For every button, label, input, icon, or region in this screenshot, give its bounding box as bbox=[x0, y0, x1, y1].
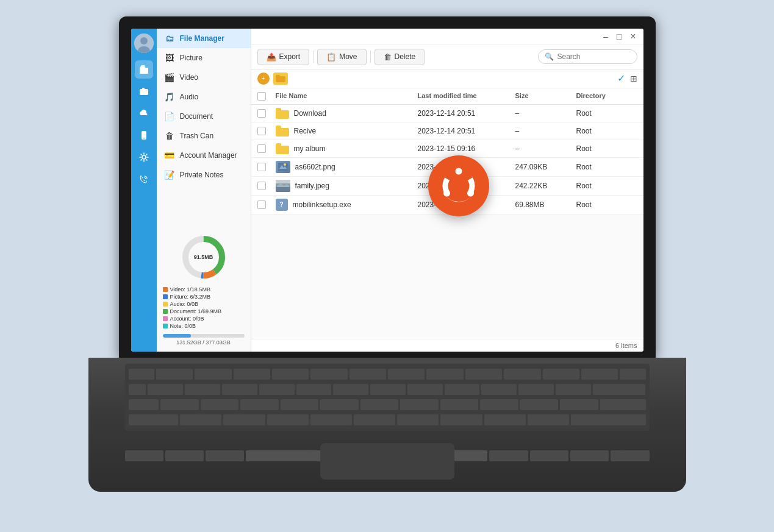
sidebar-item-label: Trash Can bbox=[180, 132, 214, 140]
ubuntu-overlay bbox=[428, 155, 489, 216]
legend-dot-picture bbox=[163, 294, 168, 299]
legend-label-document: Document: 1/69.9MB bbox=[170, 308, 222, 314]
legend-note: Note: 0/0B bbox=[163, 323, 245, 329]
user-avatar[interactable] bbox=[134, 34, 154, 53]
sidebar-item-file-manager[interactable]: 🗂 File Manager bbox=[157, 29, 251, 48]
legend-dot-account bbox=[163, 316, 168, 321]
file-size: – bbox=[515, 127, 576, 135]
home-breadcrumb[interactable]: + bbox=[257, 73, 270, 85]
row-checkbox[interactable] bbox=[257, 127, 266, 135]
disk-usage-fill bbox=[163, 334, 192, 338]
grid-view-icon[interactable]: ⊞ bbox=[630, 74, 637, 83]
svg-rect-16 bbox=[276, 128, 289, 137]
touchpad bbox=[320, 443, 454, 480]
export-icon: 📤 bbox=[267, 52, 276, 62]
move-button[interactable]: 📋 Move bbox=[317, 49, 366, 65]
folder-icon bbox=[276, 126, 289, 137]
nav-file-manager[interactable] bbox=[135, 60, 153, 79]
file-name: family.jpeg bbox=[295, 182, 329, 190]
file-dir: Root bbox=[576, 127, 637, 135]
export-button[interactable]: 📤 Export bbox=[257, 49, 310, 65]
search-icon: 🔍 bbox=[545, 52, 554, 61]
delete-icon: 🗑 bbox=[384, 52, 392, 62]
row-checkbox[interactable] bbox=[257, 163, 266, 171]
file-name-cell: as6602t.png bbox=[276, 161, 418, 173]
row-checkbox[interactable] bbox=[257, 144, 266, 153]
search-box[interactable]: 🔍 bbox=[538, 49, 637, 64]
video-menu-icon: 🎬 bbox=[164, 73, 175, 82]
folder-icon bbox=[276, 108, 289, 119]
svg-point-29 bbox=[467, 190, 474, 196]
nav-phone[interactable] bbox=[135, 126, 153, 144]
header-size: Size bbox=[515, 92, 576, 101]
file-dir: Root bbox=[576, 200, 637, 209]
sidebar-item-document[interactable]: 📄 Document bbox=[157, 107, 251, 126]
header-modified: Last modified time bbox=[418, 92, 515, 101]
file-name: mobilinksetup.exe bbox=[293, 200, 351, 209]
sidebar-item-notes[interactable]: 📝 Private Notes bbox=[157, 165, 251, 185]
file-name: Download bbox=[294, 109, 326, 118]
sidebar-item-label: Picture bbox=[180, 54, 202, 62]
jpeg-thumbnail bbox=[276, 180, 290, 192]
storage-section: 91.5MB Video: 1/18.5MB Picture: 6/3.2MB … bbox=[157, 227, 251, 352]
row-checkbox[interactable] bbox=[257, 200, 266, 209]
table-row[interactable]: Recive 2023-12-14 20:51 – Root bbox=[251, 122, 643, 140]
svg-rect-8 bbox=[143, 138, 145, 138]
sidebar-item-label: Document bbox=[180, 112, 213, 121]
table-header: File Name Last modified time Size Direct… bbox=[251, 88, 643, 105]
row-checkbox[interactable] bbox=[257, 182, 266, 190]
file-name-cell: family.jpeg bbox=[276, 180, 418, 192]
sidebar-item-picture[interactable]: 🖼 Picture bbox=[157, 48, 251, 68]
sidebar-item-account[interactable]: 💳 Account Manager bbox=[157, 146, 251, 165]
legend-label-account: Account: 0/0B bbox=[170, 316, 204, 322]
file-dir: Root bbox=[576, 163, 637, 171]
folder-breadcrumb[interactable] bbox=[273, 73, 288, 85]
check-icon[interactable]: ✓ bbox=[617, 73, 625, 84]
sidebar-item-audio[interactable]: 🎵 Audio bbox=[157, 87, 251, 107]
nav-phone-alt[interactable] bbox=[135, 170, 153, 188]
sidebar-item-label: File Manager bbox=[180, 34, 224, 43]
file-name-cell: Recive bbox=[276, 126, 418, 137]
picture-menu-icon: 🖼 bbox=[164, 53, 175, 63]
file-modified: 2023-12-14 20:51 bbox=[418, 109, 515, 118]
storage-used-label: 91.5MB bbox=[194, 254, 213, 260]
export-label: Export bbox=[279, 52, 301, 61]
file-manager-menu-icon: 🗂 bbox=[164, 34, 175, 43]
delete-button[interactable]: 🗑 Delete bbox=[374, 49, 425, 65]
sidebar-item-label: Private Notes bbox=[180, 171, 224, 179]
move-icon: 📋 bbox=[326, 52, 336, 62]
legend-label-video: Video: 1/18.5MB bbox=[170, 286, 210, 293]
storage-donut-chart: 91.5MB bbox=[179, 233, 228, 282]
sidebar-menu: 🗂 File Manager 🖼 Picture 🎬 Video 🎵 Audio… bbox=[157, 29, 251, 352]
minimize-button[interactable]: – bbox=[601, 32, 611, 41]
legend-picture: Picture: 6/3.2MB bbox=[163, 294, 245, 300]
nav-cloud[interactable] bbox=[135, 104, 153, 122]
file-name: my album bbox=[294, 144, 326, 153]
toolbar-divider-2 bbox=[370, 51, 371, 63]
legend-dot-video bbox=[163, 287, 168, 292]
search-input[interactable] bbox=[557, 52, 631, 61]
maximize-button[interactable]: □ bbox=[614, 32, 624, 41]
table-row[interactable]: Download 2023-12-14 20:51 – Root bbox=[251, 105, 643, 122]
legend-audio: Audio: 0/0B bbox=[163, 301, 245, 307]
header-filename: File Name bbox=[276, 92, 418, 101]
exe-icon: ? bbox=[276, 199, 288, 211]
file-size: 242.22KB bbox=[515, 182, 576, 190]
header-checkbox[interactable] bbox=[257, 92, 276, 101]
svg-rect-19 bbox=[276, 143, 281, 147]
sidebar-item-video[interactable]: 🎬 Video bbox=[157, 68, 251, 87]
nav-settings[interactable] bbox=[135, 148, 153, 166]
svg-point-22 bbox=[284, 163, 286, 166]
svg-rect-3 bbox=[140, 68, 148, 74]
row-checkbox[interactable] bbox=[257, 109, 266, 118]
file-dir: Root bbox=[576, 144, 637, 153]
sidebar-item-trash[interactable]: 🗑 Trash Can bbox=[157, 126, 251, 146]
svg-rect-15 bbox=[276, 108, 281, 112]
svg-rect-14 bbox=[276, 110, 289, 119]
legend-label-note: Note: 0/0B bbox=[170, 323, 196, 329]
nav-camera[interactable] bbox=[135, 82, 153, 101]
folder-icon bbox=[276, 143, 289, 154]
file-name-cell: ? mobilinksetup.exe bbox=[276, 199, 418, 211]
file-size: – bbox=[515, 109, 576, 118]
close-button[interactable]: × bbox=[628, 31, 638, 42]
